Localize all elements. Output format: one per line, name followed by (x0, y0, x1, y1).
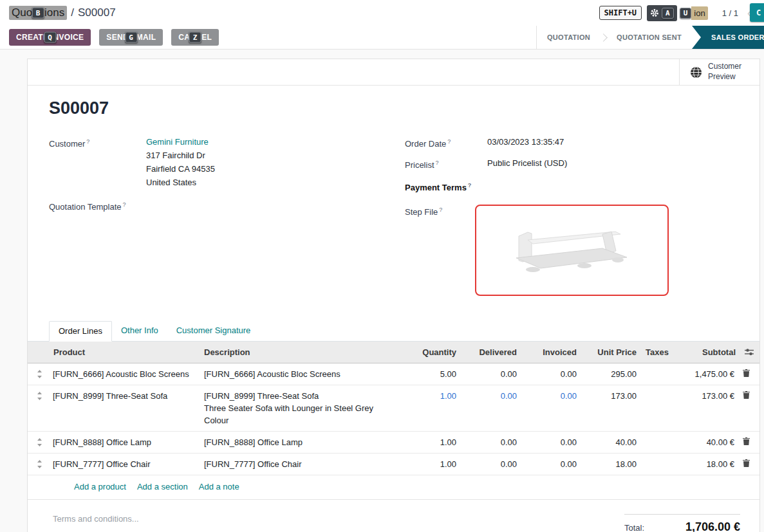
notebook-tabs: Order Lines Other Info Customer Signatur… (28, 321, 759, 342)
hint-b: B (32, 8, 44, 19)
cell-quantity[interactable]: 1.00 (400, 454, 459, 475)
cell-taxes[interactable] (639, 454, 670, 463)
create-invoice-button[interactable]: CREATE INVOICE Q (9, 29, 91, 46)
globe-icon (690, 66, 702, 78)
statusbar-stage-quotation-sent[interactable]: QUOTATION SENT (606, 26, 692, 49)
tab-other-info[interactable]: Other Info (112, 321, 167, 341)
cancel-button[interactable]: CANCEL Z (171, 29, 219, 46)
cell-unit-price[interactable]: 173.00 (579, 385, 639, 407)
control-bar: CREATE INVOICE Q SEND EMAIL G CANCEL Z Q… (0, 26, 764, 50)
odoo-sales-order-screen: Quotations B / S00007 SHIFT+U A U ion 1 … (0, 0, 764, 532)
cell-unit-price[interactable]: 18.00 (579, 454, 639, 475)
table-row[interactable]: [FURN_7777] Office Chair [FURN_7777] Off… (28, 454, 759, 475)
cell-subtotal: 1,475.00 € (670, 363, 738, 385)
customer-preview-label: Customer Preview (708, 62, 741, 82)
toggle-columns-icon[interactable] (738, 342, 759, 356)
delete-row-icon[interactable] (738, 385, 759, 399)
field-help-marker: ? (123, 201, 126, 208)
cell-taxes[interactable] (639, 363, 670, 372)
customer-label: Customer? (49, 135, 146, 189)
customer-preview-button[interactable]: Customer Preview (679, 59, 759, 85)
handle-column-header (28, 342, 51, 351)
order-date-value[interactable]: 03/03/2023 13:35:47 (487, 135, 564, 151)
cell-description[interactable]: [FURN_8999] Three-Seat Sofa Three Seater… (201, 385, 400, 431)
drag-handle-icon[interactable] (28, 432, 51, 451)
customer-link[interactable]: Gemini Furniture (146, 137, 209, 147)
col-product: Product (51, 342, 201, 363)
pricelist-value[interactable]: Public Pricelist (USD) (487, 156, 567, 172)
action-buttons: CREATE INVOICE Q SEND EMAIL G CANCEL Z (0, 26, 536, 49)
table-row[interactable]: [FURN_8888] Office Lamp [FURN_8888] Offi… (28, 432, 759, 454)
breadcrumb-separator: / (71, 6, 74, 19)
total-label: Total: (624, 523, 644, 532)
drag-handle-icon[interactable] (28, 363, 51, 383)
breadcrumb: Quotations B / S00007 (9, 6, 116, 20)
record-title: S00007 (49, 98, 734, 118)
step-file-field: Step File? (405, 203, 734, 296)
cell-product[interactable]: [FURN_8999] Three-Seat Sofa (51, 385, 201, 407)
cell-invoiced[interactable]: 0.00 (519, 363, 579, 385)
add-product-link[interactable]: Add a product (74, 482, 126, 491)
cell-product[interactable]: [FURN_8888] Office Lamp (51, 432, 201, 453)
cell-delivered[interactable]: 0.00 (459, 454, 519, 475)
table-row[interactable]: [FURN_8999] Three-Seat Sofa [FURN_8999] … (28, 385, 759, 432)
form-right-column: Order Date? 03/03/2023 13:35:47 Pricelis… (405, 135, 734, 302)
sheet-top-strip: Customer Preview (28, 59, 759, 86)
cell-delivered[interactable]: 0.00 (459, 432, 519, 453)
cell-invoiced[interactable]: 0.00 (519, 454, 579, 475)
cell-description[interactable]: [FURN_6666] Acoustic Bloc Screens (201, 363, 400, 385)
table-row[interactable]: [FURN_6666] Acoustic Bloc Screens [FURN_… (28, 363, 759, 385)
quotation-template-field[interactable]: Quotation Template? (49, 198, 405, 214)
cell-subtotal: 40.00 € (670, 432, 738, 453)
cell-product[interactable]: [FURN_6666] Acoustic Bloc Screens (51, 363, 201, 385)
cell-invoiced[interactable]: 0.00 (519, 432, 579, 453)
tab-customer-signature[interactable]: Customer Signature (167, 321, 260, 341)
hint-g: G (125, 32, 137, 43)
cell-description[interactable]: [FURN_7777] Office Chair (201, 454, 400, 475)
field-help-marker: ? (468, 182, 472, 188)
send-email-button[interactable]: SEND EMAIL G (99, 29, 163, 46)
table-header-row: Product Description Quantity Delivered I… (28, 342, 759, 363)
cell-quantity[interactable]: 1.00 (400, 432, 459, 453)
delete-row-icon[interactable] (738, 363, 759, 377)
add-section-link[interactable]: Add a section (137, 482, 188, 491)
cell-invoiced[interactable]: 0.00 (519, 385, 579, 407)
cell-unit-price[interactable]: 295.00 (579, 363, 639, 385)
cell-quantity[interactable]: 1.00 (400, 385, 459, 407)
breadcrumb-quotations[interactable]: Quotations B (9, 6, 67, 20)
content-area: Customer Preview S00007 Customer? Gemini… (0, 50, 764, 532)
statusbar: QUOTATION QUOTATION SENT SALES ORDER (536, 26, 764, 49)
statusbar-stage-quotation[interactable]: QUOTATION (537, 26, 601, 49)
step-file-image[interactable] (475, 205, 669, 296)
pricelist-label: Pricelist? (405, 156, 487, 172)
sheet-body: S00007 Customer? Gemini Furniture 317 Fa… (28, 98, 759, 532)
cell-delivered[interactable]: 0.00 (459, 363, 519, 385)
cell-description[interactable]: [FURN_8888] Office Lamp (201, 432, 400, 453)
gear-icon (650, 8, 659, 17)
cell-delivered[interactable]: 0.00 (459, 385, 519, 407)
drag-handle-icon[interactable] (28, 385, 51, 405)
cell-product[interactable]: [FURN_7777] Office Chair (51, 454, 201, 475)
add-note-link[interactable]: Add a note (199, 482, 239, 491)
delete-row-icon[interactable] (738, 432, 759, 445)
cell-quantity[interactable]: 5.00 (400, 363, 459, 385)
cell-taxes[interactable] (639, 385, 670, 394)
3d-model-preview (505, 217, 640, 284)
action-menu-label[interactable]: ion (691, 6, 707, 20)
customer-value: Gemini Furniture 317 Fairchild Dr Fairfi… (146, 135, 215, 189)
settings-gear-button[interactable]: A (647, 5, 677, 21)
top-navigation-bar: Quotations B / S00007 SHIFT+U A U ion 1 … (0, 0, 764, 26)
cell-taxes[interactable] (639, 432, 670, 441)
totals-block: Total: 1,706.00 € (624, 514, 740, 532)
form-fields: Customer? Gemini Furniture 317 Fairchild… (49, 135, 734, 302)
edge-hint-button[interactable]: C (750, 3, 764, 22)
drag-handle-icon[interactable] (28, 454, 51, 473)
cell-unit-price[interactable]: 40.00 (579, 432, 639, 453)
delete-row-icon[interactable] (738, 454, 759, 467)
terms-placeholder[interactable]: Terms and conditions... (53, 514, 139, 532)
col-description: Description (201, 342, 400, 363)
statusbar-stage-sales-order[interactable]: SALES ORDER (692, 26, 764, 49)
payment-terms-field[interactable]: Payment Terms? (405, 179, 734, 194)
breadcrumb-current: S00007 (78, 6, 116, 19)
tab-order-lines[interactable]: Order Lines (49, 321, 112, 342)
